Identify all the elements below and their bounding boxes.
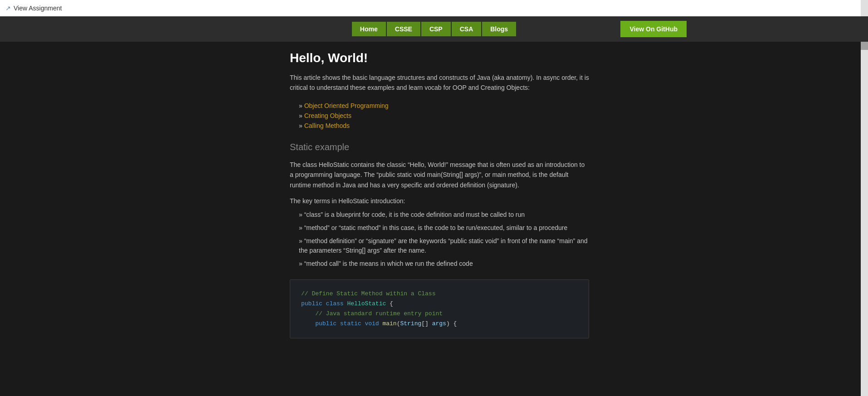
calling-methods-link[interactable]: Calling Methods [304, 122, 350, 129]
arrow-icon: ↗ [5, 5, 11, 12]
code-default: { [390, 300, 393, 307]
list-item: “method definition” or “signature” are t… [299, 236, 589, 255]
nav-csp[interactable]: CSP [421, 22, 451, 36]
links-list: Object Oriented Programming Creating Obj… [290, 102, 765, 129]
code-keyword: public static void [301, 320, 382, 327]
content-wrapper: Hello, World! This article shows the bas… [94, 51, 774, 338]
static-section-body: The class HelloStatic contains the class… [290, 160, 589, 190]
main-content: Hello, World! This article shows the bas… [94, 42, 774, 347]
github-button[interactable]: View On GitHub [620, 21, 687, 37]
code-line-4: public static void main(String[] args) { [301, 319, 578, 329]
code-param-args: args [432, 320, 446, 327]
nav-csse[interactable]: CSSE [387, 22, 420, 36]
intro-text: This article shows the basic language st… [290, 73, 589, 93]
creating-objects-link[interactable]: Creating Objects [304, 112, 351, 119]
top-bar: ↗ View Assignment [0, 0, 868, 16]
navbar: Home CSSE CSP CSA Blogs View On GitHub [0, 16, 868, 42]
code-comment: // Java standard runtime entry point [301, 310, 443, 317]
page-title: Hello, World! [290, 51, 765, 65]
nav-blogs[interactable]: Blogs [482, 22, 516, 36]
list-item: “method call” is the means in which we r… [299, 259, 589, 269]
code-keyword: public [301, 300, 326, 307]
nav-csa[interactable]: CSA [452, 22, 482, 36]
view-assignment-link[interactable]: ↗ View Assignment [5, 5, 62, 12]
nav-left: Home CSSE CSP CSA Blogs [352, 22, 516, 36]
code-line-3: // Java standard runtime entry point [301, 309, 578, 319]
list-item: Calling Methods [299, 122, 765, 129]
list-item: “method” or “static method” in this case… [299, 223, 589, 233]
code-brace: ) { [446, 320, 457, 327]
code-comment: // Define Static Method within a Class [301, 290, 435, 297]
list-item: Object Oriented Programming [299, 102, 765, 109]
code-keyword: class [326, 300, 347, 307]
code-classname: HelloStatic [347, 300, 390, 307]
list-item: Creating Objects [299, 112, 765, 119]
code-line-2: public class HelloStatic { [301, 299, 578, 309]
static-section-heading: Static example [290, 142, 765, 152]
list-item: “class” is a blueprint for code, it is t… [299, 210, 589, 220]
view-assignment-label: View Assignment [14, 5, 62, 12]
nav-home[interactable]: Home [352, 22, 386, 36]
key-terms-label: The key terms in HelloStatic introductio… [290, 197, 765, 205]
code-block: // Define Static Method within a Class p… [290, 279, 589, 338]
scrollbar[interactable] [861, 0, 868, 396]
code-default: [] [421, 320, 432, 327]
key-terms-list: “class” is a blueprint for code, it is t… [290, 210, 765, 269]
code-param: String [400, 320, 421, 327]
oop-link[interactable]: Object Oriented Programming [304, 102, 389, 109]
code-line-1: // Define Static Method within a Class [301, 289, 578, 299]
code-method: main [382, 320, 396, 327]
